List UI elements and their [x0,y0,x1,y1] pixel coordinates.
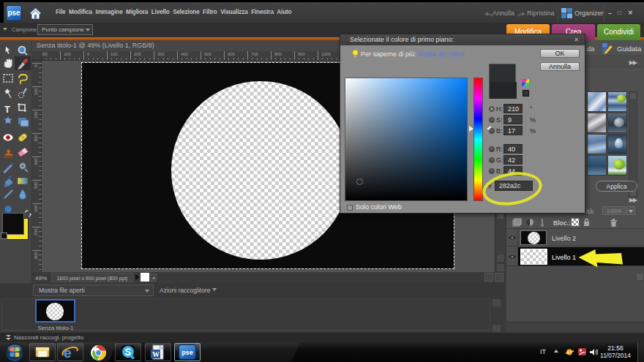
svg-text:W: W [152,350,160,358]
svg-text:T: T [4,104,10,115]
